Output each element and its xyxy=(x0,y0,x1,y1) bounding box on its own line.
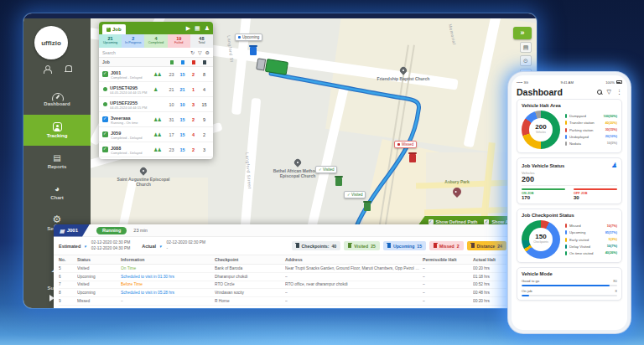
chip-value: 25 xyxy=(371,244,376,249)
phone-header: Dashboard xyxy=(517,85,622,99)
count-total: 8 xyxy=(199,72,210,77)
job-row[interactable]: UP15ET4295 04-05-2024 04:44:15 PM ♟ 21 2… xyxy=(99,82,213,97)
checkpoint-bin-missed[interactable] xyxy=(409,154,416,162)
job-status-chip[interactable]: 19 Failed xyxy=(168,34,190,48)
legend-item: Early visited 5(3%) xyxy=(565,236,617,243)
legend-color-dot xyxy=(565,135,567,139)
legend-label: Parking station xyxy=(569,128,603,132)
cell-checkpoint: R Home xyxy=(215,299,285,303)
cell-information: Scheduled to visit in 01:30 hrs xyxy=(121,275,215,279)
checkpoint-bin-upcoming[interactable] xyxy=(250,47,257,55)
count-missed: 2 xyxy=(188,72,199,77)
legend-item: Parking station 30(15%) xyxy=(565,126,617,133)
assignee-icons: ♟♟ xyxy=(153,116,166,122)
job-row[interactable]: UP15EF2255 04-05-2024 04:44:15 PM 10 10 … xyxy=(99,97,213,112)
refresh-icon[interactable] xyxy=(190,49,195,55)
tab-job-j001[interactable]: J001 xyxy=(54,224,90,237)
brand-logo[interactable]: uffizio xyxy=(34,26,68,59)
legend-color-dot xyxy=(565,121,567,125)
job-status-chip[interactable]: 2 In Progress xyxy=(122,34,144,48)
legend-value: 40(26%) xyxy=(605,251,617,255)
vehicle-mode-bars: Good to go 80 On job 8 xyxy=(522,279,617,296)
sidebar-item[interactable]: Tracking xyxy=(23,115,91,146)
mode-value: 8 xyxy=(615,289,617,293)
notifications-bell-icon[interactable] xyxy=(65,65,71,74)
actual-caret-icon[interactable] xyxy=(159,244,162,249)
job-status-chip[interactable]: 48 Total xyxy=(190,34,213,48)
estimated-caret-icon[interactable] xyxy=(84,244,86,249)
summary-chip[interactable]: Upcoming 15 xyxy=(383,241,426,250)
job-status-chip[interactable]: 21 Upcoming xyxy=(99,34,122,48)
sidebar-item-icon xyxy=(55,185,60,193)
expand-panel-button[interactable] xyxy=(513,27,532,39)
job-doc-icon xyxy=(60,228,65,234)
summary-chip[interactable]: Visited 25 xyxy=(344,241,380,250)
count-visited: 21 xyxy=(166,87,177,92)
search-icon[interactable] xyxy=(597,90,602,95)
job-row[interactable]: J001 Completed - Delayed ♟♟ 23 15 2 8 xyxy=(99,67,213,82)
job-row[interactable]: 3veeraaa Running - On time ♟♟ 31 15 2 9 xyxy=(99,112,213,127)
summary-chip[interactable]: Checkpoints: 40 xyxy=(292,241,341,250)
cell-information: Scheduled to visit in 05:28 hrs xyxy=(121,291,215,295)
count-visited: 17 xyxy=(166,132,177,137)
user-icon[interactable] xyxy=(44,65,51,74)
job-row[interactable]: J059 Completed - Delayed ♟♟ 17 15 4 2 xyxy=(99,127,213,142)
cell-actual-halt: 01:18 hrs xyxy=(473,275,506,279)
upcoming-bin-column-icon xyxy=(177,60,188,64)
job-checkpoint-status-card: Job Checkpoint Status 150 Checkpoints Mi… xyxy=(517,209,622,263)
assignee-icons: ♟♟ xyxy=(153,131,166,137)
count-upcoming: 15 xyxy=(177,132,188,137)
job-row[interactable]: J088 Completed - Delayed ♟♟ 23 15 2 3 xyxy=(99,142,213,157)
cell-permissible-halt: – xyxy=(423,299,473,303)
summary-chip[interactable]: Distance 24 xyxy=(467,241,506,250)
sidebar-item[interactable]: Dashboard xyxy=(23,84,91,115)
mode-bar-track xyxy=(522,285,617,287)
checkpoints-panel: J001 Running 23 min Estimated 02-12-2020… xyxy=(54,224,512,308)
mobile-dashboard-mockup: ••••• 3G 9:41 AM 100% Dashboard Vehicle … xyxy=(508,72,631,333)
sidebar-item-label: Tracking xyxy=(47,133,68,138)
count-missed: 4 xyxy=(188,132,199,137)
job-table-header: Job xyxy=(99,58,213,67)
job-header-icons xyxy=(186,22,210,34)
checkpoint-bin-visited[interactable] xyxy=(364,203,371,211)
map-locate-button[interactable] xyxy=(520,55,532,66)
checkpoint-bin-visited[interactable] xyxy=(335,178,342,186)
filter-icon[interactable] xyxy=(607,89,611,95)
job-status-chip[interactable]: 4 Completed xyxy=(144,34,167,48)
vehicles-total: 200 xyxy=(522,175,617,186)
drivers-icon[interactable] xyxy=(205,25,210,31)
settings-icon[interactable] xyxy=(205,49,210,55)
tab-job[interactable]: Job xyxy=(102,24,126,34)
legend-item: Delay Visited 10(7%) xyxy=(565,243,617,250)
count-upcoming: 10 xyxy=(177,102,188,107)
navigate-icon[interactable] xyxy=(186,25,190,31)
count-missed: 3 xyxy=(188,102,199,107)
vehicle-mode-row: Good to go 80 xyxy=(522,279,617,286)
sidebar-item-label: Chart xyxy=(50,195,64,200)
legend-value: 100(50%) xyxy=(604,115,617,118)
sidebar-item[interactable]: Chart xyxy=(23,177,91,208)
checkpoint-row: 5 Visited On Time Bank of Baroda Near Tr… xyxy=(59,265,506,273)
legend-value: 10(5%) xyxy=(607,142,617,145)
vehicle-mode-row: On job 8 xyxy=(522,289,617,296)
filter-icon[interactable] xyxy=(198,49,202,55)
count-total: 4 xyxy=(199,87,210,92)
map-layers-button[interactable] xyxy=(520,42,532,53)
summary-chip[interactable]: Missed 2 xyxy=(429,241,463,250)
bin-icon xyxy=(471,244,475,249)
count-visited: 10 xyxy=(166,102,177,107)
marker-tooltip-missed: Missed xyxy=(394,141,417,148)
chip-value: 2 xyxy=(457,244,460,249)
chip-label: Upcoming xyxy=(393,244,414,249)
grid-icon[interactable] xyxy=(195,25,200,31)
vehicle-mode-card: Vehicle Mode Good to go 80 On job 8 xyxy=(517,267,622,301)
sidebar-item[interactable]: Reports xyxy=(23,146,91,177)
visited-bin-column-icon xyxy=(166,60,177,64)
search-input[interactable]: Search xyxy=(102,50,187,55)
chip-label: Checkpoints: xyxy=(302,244,330,249)
more-menu-icon[interactable] xyxy=(616,89,622,95)
legend-label: Dumpyard xyxy=(569,114,601,118)
vehicle-person-icon[interactable] xyxy=(611,162,617,169)
cell-actual-halt: 00:20 hrs xyxy=(473,299,506,303)
count-total: 9 xyxy=(199,117,210,122)
